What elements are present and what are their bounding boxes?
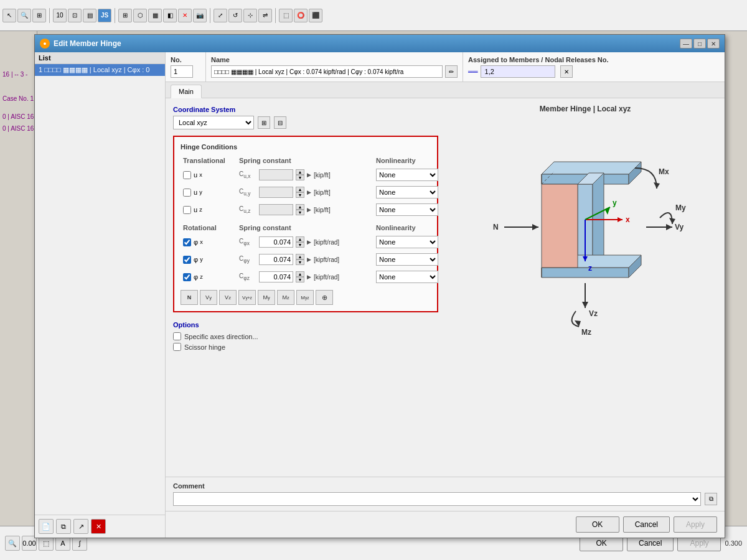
tool-cam[interactable]: 📷	[193, 9, 207, 22]
tool-sel3[interactable]: ⬛	[309, 9, 322, 22]
list-duplicate-button[interactable]: ⧉	[56, 519, 71, 534]
tool-sel2[interactable]: ⭕	[294, 9, 308, 22]
dialog-titlebar: ● Edit Member Hinge — □ ✕	[35, 35, 725, 52]
left-panel-label4: 0 | AISC 16	[0, 123, 37, 134]
dialog-buttons: OK Cancel Apply	[166, 511, 725, 538]
preset-icons-row: N Vy Vz Vy+z My Mz Myz ⊕	[181, 290, 431, 305]
no-field-row	[171, 65, 200, 78]
assigned-field-group: Assigned to Members / Nodal Releases No.…	[463, 52, 725, 82]
phix-spring-input[interactable]	[259, 236, 293, 248]
uz-down[interactable]: ▼	[296, 210, 304, 215]
tool-js[interactable]: JS	[98, 9, 111, 22]
coord-icon2[interactable]: ⊟	[274, 116, 286, 129]
ux-nonlinearity[interactable]: NoneOpeningClosing	[376, 169, 438, 181]
phiy-nonlinearity[interactable]: NoneOpeningClosing	[376, 253, 438, 266]
svg-marker-10	[542, 174, 578, 278]
bottom-snap[interactable]: 🔍	[5, 536, 20, 551]
phiz-spring-cell: Cφz ▲ ▼ ▶ [kipft/rad]	[237, 269, 374, 285]
preset-Mz[interactable]: Mz	[277, 290, 294, 305]
phiy-up[interactable]: ▲	[296, 254, 304, 259]
list-new-button[interactable]: 📄	[39, 519, 54, 534]
tool-mirror[interactable]: ⇌	[258, 9, 272, 22]
tool-rotate[interactable]: ↺	[228, 9, 242, 22]
phix-checkbox[interactable]	[183, 238, 191, 246]
uy-spring-input[interactable]	[259, 187, 293, 198]
phiz-spring-input[interactable]	[259, 271, 293, 282]
assigned-clear-icon[interactable]: ✕	[560, 65, 573, 78]
phiy-check-cell: φy	[181, 251, 237, 268]
close-button[interactable]: ✕	[707, 39, 720, 49]
preset-Vy[interactable]: Vy	[200, 290, 217, 305]
option2-checkbox[interactable]	[173, 343, 181, 351]
phiz-up[interactable]: ▲	[296, 271, 304, 277]
uy-checkbox[interactable]	[183, 189, 191, 197]
uy-nonlinearity[interactable]: NoneOpeningClosing	[376, 186, 438, 198]
option1-checkbox[interactable]	[173, 332, 181, 340]
tool-sel1[interactable]: ⬚	[279, 9, 293, 22]
tool-2[interactable]: 🔍	[17, 9, 31, 22]
tool-surface[interactable]: ◧	[163, 9, 177, 22]
no-input[interactable]	[171, 65, 193, 78]
preset-N[interactable]: N	[181, 290, 198, 305]
uz-checkbox[interactable]	[183, 206, 191, 214]
tab-bar: Main	[166, 82, 725, 98]
phiz-checkbox[interactable]	[183, 273, 191, 281]
tool-grid[interactable]: ⊞	[118, 9, 132, 22]
phix-nonlinearity[interactable]: NoneOpeningClosing	[376, 236, 438, 248]
ok-button[interactable]: OK	[576, 516, 619, 533]
assigned-value: 1,2	[481, 65, 555, 78]
phiz-down[interactable]: ▼	[296, 277, 304, 282]
list-item[interactable]: 1 □□□□ ▦▦▦▦ | Local xyz | Cφx : 0	[35, 64, 165, 76]
phiy-spring-input[interactable]	[259, 254, 293, 265]
tool-node[interactable]: ⬡	[133, 9, 147, 22]
list-bottom-icons: 📄 ⧉ ↗ ✕	[35, 515, 165, 538]
uz-nonlinearity[interactable]: NoneOpeningClosing	[376, 203, 438, 216]
comment-copy-icon[interactable]: ⧉	[705, 493, 717, 505]
sep4	[275, 8, 276, 23]
preset-all[interactable]: ⊕	[316, 290, 333, 305]
tool-5[interactable]: ⊡	[68, 9, 82, 22]
list-delete-button[interactable]: ✕	[91, 519, 106, 534]
tool-6[interactable]: ▤	[83, 9, 96, 22]
list-assign-button[interactable]: ↗	[73, 519, 88, 534]
tool-move[interactable]: ⤢	[214, 9, 227, 22]
maximize-button[interactable]: □	[693, 39, 706, 49]
ux-down[interactable]: ▼	[296, 175, 304, 180]
comment-label: Comment	[173, 482, 717, 490]
uz-up[interactable]: ▲	[296, 204, 304, 210]
left-panel-label2: Case No. 1	[0, 93, 37, 105]
minimize-button[interactable]: —	[680, 39, 692, 49]
uy-up[interactable]: ▲	[296, 187, 304, 192]
ux-spring-input[interactable]	[259, 169, 293, 180]
assigned-label: Assigned to Members / Nodal Releases No.	[468, 56, 720, 63]
name-edit-icon[interactable]: ✏	[445, 65, 458, 78]
ux-up[interactable]: ▲	[296, 169, 304, 175]
coordinate-select[interactable]: Local xyz Global XYZ	[173, 116, 254, 129]
coord-icon1[interactable]: ⊞	[258, 116, 270, 129]
cancel-button[interactable]: Cancel	[623, 516, 670, 533]
ux-checkbox[interactable]	[183, 171, 191, 179]
preset-Vz[interactable]: Vz	[219, 290, 237, 305]
preset-MyMz[interactable]: Myz	[296, 290, 314, 305]
tool-member[interactable]: ▦	[148, 9, 162, 22]
uy-down[interactable]: ▼	[296, 192, 304, 198]
phiy-down[interactable]: ▼	[296, 259, 304, 265]
phiz-nonlinearity[interactable]: NoneOpeningClosing	[376, 271, 438, 283]
tool-4[interactable]: 10	[53, 9, 67, 22]
uz-spring-input[interactable]	[259, 204, 293, 215]
preset-VyVz[interactable]: Vy+z	[238, 290, 256, 305]
tool-x[interactable]: ✕	[178, 9, 192, 22]
phix-up[interactable]: ▲	[296, 236, 304, 242]
tab-main[interactable]: Main	[171, 85, 202, 98]
phix-spinner: ▲ ▼	[296, 236, 304, 248]
tool-scale[interactable]: ⊹	[243, 9, 257, 22]
preset-My[interactable]: My	[258, 290, 275, 305]
row-phiz: φz Cφz ▲ ▼ ▶ [kipft/rad]	[181, 269, 431, 285]
cursor-tool[interactable]: ↖	[2, 9, 16, 22]
phiy-checkbox[interactable]	[183, 256, 191, 264]
phix-down[interactable]: ▼	[296, 242, 304, 248]
comment-select[interactable]	[173, 492, 701, 506]
apply-button[interactable]: Apply	[674, 516, 717, 533]
name-input[interactable]	[211, 65, 443, 78]
tool-3[interactable]: ⊞	[32, 9, 46, 22]
